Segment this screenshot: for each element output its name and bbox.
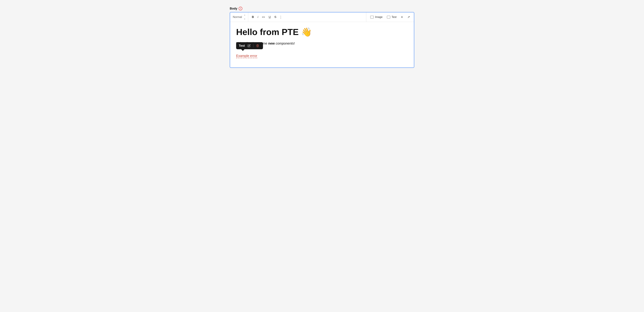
- field-label-text: Body: [230, 7, 237, 10]
- editor-content[interactable]: Hello from PTE 👋 This editor has some ne…: [230, 22, 414, 67]
- image-button[interactable]: Image: [369, 15, 384, 19]
- tooltip-divider: [253, 44, 254, 47]
- delete-icon: [256, 44, 259, 47]
- editor-toolbar: Normal ⌃⌄ B i <> U S ⋮ Image: [230, 12, 414, 22]
- test-embed-button-label: Test: [392, 15, 396, 18]
- error-text[interactable]: Example error: [236, 54, 257, 58]
- paragraph-italic: components: [275, 41, 294, 45]
- field-error-icon: !: [239, 7, 242, 10]
- tooltip-delete-button[interactable]: [256, 44, 260, 48]
- embed-section: Image Test + ↗: [366, 12, 414, 22]
- component-area: Test: [236, 54, 257, 58]
- tooltip-popup: Test: [236, 42, 263, 49]
- field-label: Body !: [230, 7, 414, 10]
- style-selector-label: Normal: [233, 15, 242, 19]
- test-embed-button[interactable]: Test: [386, 15, 398, 19]
- editor-heading: Hello from PTE 👋: [236, 27, 408, 37]
- tooltip-edit-button[interactable]: [247, 44, 251, 48]
- underline-button[interactable]: U: [268, 15, 272, 19]
- paragraph-after: !: [294, 41, 295, 45]
- formatting-section: B i <> U S ⋮: [248, 12, 285, 22]
- paragraph-bold: new: [268, 41, 275, 45]
- editor-container: Normal ⌃⌄ B i <> U S ⋮ Image: [230, 12, 414, 68]
- tooltip-label: Test: [239, 44, 245, 48]
- image-block-icon: [370, 16, 374, 18]
- page-wrapper: Body ! Normal ⌃⌄ B i <> U S ⋮: [230, 7, 414, 68]
- strikethrough-button[interactable]: S: [273, 15, 277, 19]
- expand-icon: ↗: [407, 15, 410, 19]
- italic-button[interactable]: i: [256, 15, 259, 19]
- image-button-label: Image: [375, 15, 382, 18]
- chevron-up-down-icon: ⌃⌄: [244, 14, 245, 20]
- bold-button[interactable]: B: [251, 15, 255, 19]
- more-options-button[interactable]: ⋮: [279, 15, 282, 19]
- code-button[interactable]: <>: [261, 15, 266, 19]
- test-block-icon: [387, 16, 390, 18]
- edit-icon: [248, 44, 250, 47]
- style-selector[interactable]: Normal ⌃⌄: [233, 14, 245, 20]
- expand-button[interactable]: ↗: [406, 14, 411, 20]
- style-selector-section: Normal ⌃⌄: [230, 12, 248, 22]
- add-button[interactable]: +: [400, 14, 404, 20]
